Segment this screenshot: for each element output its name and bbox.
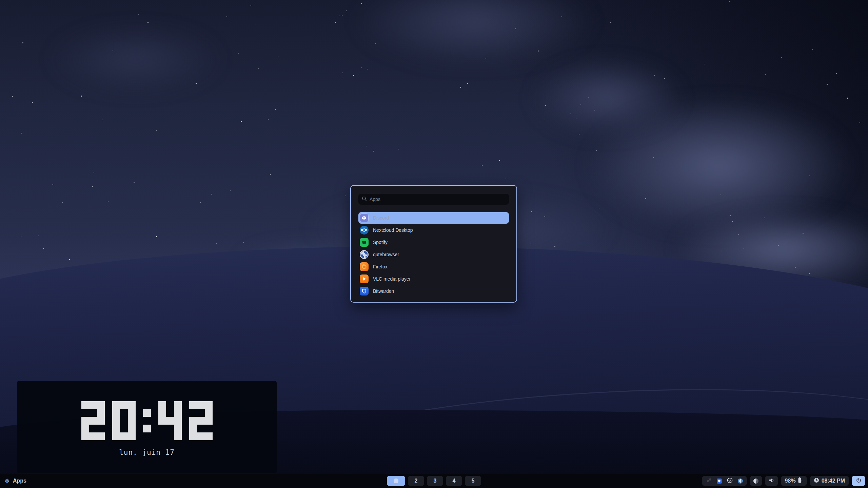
app-item-label: Discord	[373, 215, 389, 221]
apps-menu-label: Apps	[13, 478, 26, 484]
speaker-icon	[769, 477, 774, 485]
workspace-switcher: 2 3 4 5	[387, 476, 481, 486]
search-icon	[362, 196, 367, 203]
workspace-4[interactable]: 4	[446, 476, 462, 486]
clock-icon	[814, 477, 819, 484]
launcher-search-box[interactable]	[358, 194, 509, 205]
cloud	[47, 24, 224, 95]
app-item-label: Spotify	[373, 240, 388, 245]
app-item-label: Bitwarden	[373, 288, 394, 294]
bar-clock[interactable]: 08:42 PM	[810, 476, 849, 486]
workspace-2[interactable]: 2	[408, 476, 424, 486]
app-launcher: Discord Nextcloud Desktop Spotify qutebr…	[350, 185, 517, 303]
launcher-search-input[interactable]	[369, 196, 506, 202]
contrast-icon	[753, 479, 758, 484]
app-item-label: Firefox	[373, 264, 388, 269]
app-item-bitwarden[interactable]: Bitwarden	[358, 285, 509, 297]
system-tray-area: 98% 08:42 PM	[702, 476, 865, 486]
clock-widget: lun. juin 17	[17, 381, 277, 473]
qutebrowser-icon	[360, 250, 369, 259]
cloud	[529, 58, 685, 139]
apps-menu-button[interactable]: ❄ Apps	[4, 478, 26, 484]
app-item-label: Nextcloud Desktop	[373, 227, 413, 233]
app-item-spotify[interactable]: Spotify	[358, 237, 509, 248]
bitwarden-icon	[360, 287, 369, 296]
workspace-5[interactable]: 5	[465, 476, 481, 486]
app-item-nextcloud[interactable]: Nextcloud Desktop	[358, 224, 509, 236]
battery-charging-icon	[798, 477, 803, 485]
transfer-arrows-icon[interactable]	[706, 477, 712, 485]
bitwarden-shield-icon[interactable]	[717, 479, 722, 484]
app-item-firefox[interactable]: Firefox	[358, 261, 509, 272]
workspace-3[interactable]: 3	[427, 476, 443, 486]
bluetooth-icon[interactable]	[738, 479, 743, 484]
check-circle-icon[interactable]	[727, 477, 733, 485]
battery-indicator[interactable]: 98%	[781, 476, 807, 486]
app-item-qutebrowser[interactable]: qutebrowser	[358, 249, 509, 260]
active-workspace-dot	[394, 479, 398, 483]
nix-snowflake-icon: ❄	[4, 478, 10, 484]
nextcloud-icon	[360, 226, 369, 235]
spotify-icon	[360, 238, 369, 247]
bar-clock-label: 08:42 PM	[822, 478, 845, 484]
power-icon	[856, 477, 862, 484]
system-tray	[702, 476, 747, 486]
app-item-label: VLC media player	[373, 276, 411, 282]
volume-control[interactable]	[765, 476, 778, 486]
app-item-discord[interactable]: Discord	[358, 212, 509, 224]
firefox-icon	[360, 262, 369, 271]
vlc-icon	[360, 274, 369, 283]
night-light-toggle[interactable]	[750, 476, 762, 486]
app-list: Discord Nextcloud Desktop Spotify qutebr…	[358, 212, 509, 297]
clock-time	[17, 401, 277, 440]
battery-percent: 98%	[785, 478, 796, 484]
power-button[interactable]	[852, 476, 865, 486]
clock-date: lun. juin 17	[17, 448, 277, 456]
workspace-1-active[interactable]	[387, 476, 405, 486]
taskbar: ❄ Apps 2 3 4 5	[0, 474, 868, 488]
app-item-label: qutebrowser	[373, 252, 399, 257]
app-item-vlc[interactable]: VLC media player	[358, 273, 509, 285]
discord-icon	[360, 214, 369, 222]
